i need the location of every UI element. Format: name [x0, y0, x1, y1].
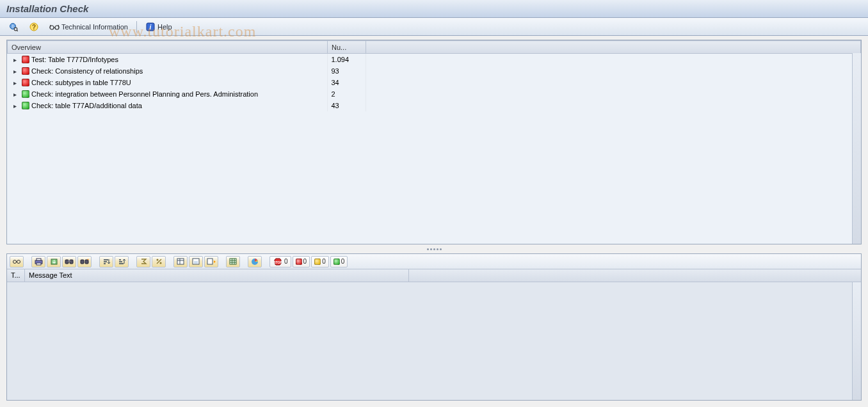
- message-grid-header: T... Message Text: [7, 269, 861, 282]
- details-button[interactable]: [10, 256, 24, 267]
- expand-icon[interactable]: ▸: [13, 56, 20, 63]
- grid-icon: [228, 257, 238, 267]
- vertical-scrollbar[interactable]: [852, 282, 861, 400]
- splitter-handle[interactable]: [6, 247, 862, 251]
- sort-desc-icon: [117, 257, 127, 267]
- svg-rect-18: [81, 260, 84, 264]
- print-button[interactable]: [31, 256, 45, 267]
- svg-line-2: [17, 30, 18, 31]
- warning-count: 0: [322, 258, 326, 265]
- table-row[interactable]: ▸Check: subtypes in table T778U34: [7, 77, 861, 88]
- svg-point-9: [13, 260, 17, 263]
- filter-success-chip[interactable]: 0: [330, 256, 348, 267]
- svg-text:+: +: [87, 258, 89, 261]
- grid-button[interactable]: [226, 256, 240, 267]
- red-status-icon: [296, 259, 302, 265]
- svg-rect-17: [68, 260, 70, 262]
- row-number: 93: [327, 65, 366, 77]
- message-type-column[interactable]: T...: [7, 269, 25, 282]
- row-number: 2: [327, 88, 366, 100]
- layout-button[interactable]: [173, 256, 188, 267]
- message-grid-body[interactable]: [7, 282, 861, 400]
- percent-icon: [154, 257, 164, 267]
- expand-icon[interactable]: ▸: [13, 102, 20, 109]
- printer-icon: [33, 257, 44, 267]
- question-icon: ?: [29, 22, 39, 32]
- svg-rect-13: [36, 263, 41, 265]
- row-label: Check: integration between Personnel Pla…: [31, 90, 258, 98]
- stop-count: 0: [284, 258, 288, 265]
- glasses-icon: [12, 257, 22, 267]
- help-label: Help: [157, 23, 172, 31]
- success-count: 0: [341, 258, 345, 265]
- table-row[interactable]: ▸Check: Consistency of relationships93: [7, 65, 861, 77]
- table-row[interactable]: ▸Test: Table T777D/Infotypes1.094: [7, 54, 861, 65]
- overview-table: Overview Nu...: [7, 40, 861, 54]
- status-red-icon: [22, 79, 29, 86]
- export-button[interactable]: [47, 256, 61, 267]
- sigma-icon: [138, 257, 149, 267]
- expand-icon[interactable]: ▸: [13, 79, 20, 86]
- row-number: 1.094: [327, 54, 366, 65]
- sort-desc-button[interactable]: [115, 256, 129, 267]
- search-button[interactable]: [5, 20, 22, 33]
- error-count: 0: [303, 258, 307, 265]
- binoculars-plus-icon: +: [79, 257, 90, 267]
- message-panel: + STOP 0 0: [6, 253, 862, 401]
- svg-rect-29: [207, 259, 213, 264]
- filter-error-chip[interactable]: 0: [293, 256, 310, 267]
- sum-button[interactable]: [136, 256, 150, 267]
- table-row[interactable]: ▸Check: integration between Personnel Pl…: [7, 88, 861, 100]
- status-red-icon: [22, 56, 29, 63]
- select-layout-button[interactable]: [204, 256, 218, 267]
- svg-rect-12: [36, 259, 41, 260]
- help-question-button[interactable]: ?: [26, 20, 42, 33]
- technical-information-button[interactable]: Technical Information: [46, 20, 131, 33]
- vertical-scrollbar[interactable]: [852, 53, 861, 244]
- blank-column-header: [366, 41, 861, 54]
- help-button[interactable]: i Help: [142, 20, 175, 33]
- save-layout-button[interactable]: [189, 256, 203, 267]
- overview-body[interactable]: ▸Test: Table T777D/Infotypes1.094▸Check:…: [7, 54, 861, 244]
- glasses-icon: [49, 22, 60, 32]
- expand-icon[interactable]: ▸: [13, 91, 20, 98]
- overview-panel: Overview Nu... ▸Test: Table T777D/Infoty…: [6, 40, 862, 244]
- subtotal-button[interactable]: [152, 256, 166, 267]
- work-area: Overview Nu... ▸Test: Table T777D/Infoty…: [0, 36, 868, 407]
- message-text-column[interactable]: Message Text: [25, 269, 409, 282]
- expand-icon[interactable]: ▸: [13, 68, 20, 75]
- technical-information-label: Technical Information: [61, 23, 128, 31]
- overview-column-header[interactable]: Overview: [8, 41, 328, 54]
- sort-asc-button[interactable]: [99, 256, 113, 267]
- export-icon: [49, 257, 59, 267]
- status-green-icon: [22, 102, 29, 109]
- row-label: Test: Table T777D/Infotypes: [31, 56, 118, 63]
- info-icon: i: [145, 22, 156, 32]
- yellow-status-icon: [314, 259, 321, 265]
- status-red-icon: [22, 67, 29, 75]
- row-label: Check: Consistency of relationships: [31, 67, 143, 75]
- svg-rect-30: [230, 259, 236, 264]
- chart-button[interactable]: [248, 256, 262, 267]
- save-layout-icon: [191, 257, 201, 267]
- table-row[interactable]: ▸Check: table T77AD/additional data43: [7, 100, 861, 111]
- page-title: Installation Check: [6, 3, 88, 14]
- svg-rect-28: [194, 261, 198, 264]
- svg-point-10: [17, 260, 20, 263]
- svg-text:STOP: STOP: [274, 260, 282, 264]
- svg-text:i: i: [150, 24, 152, 31]
- filter-warning-chip[interactable]: 0: [311, 256, 329, 267]
- select-layout-icon: [206, 257, 216, 267]
- row-label: Check: subtypes in table T778U: [31, 79, 131, 86]
- find-next-button[interactable]: +: [77, 256, 92, 267]
- number-column-header[interactable]: Nu...: [328, 41, 366, 54]
- filter-stop-chip[interactable]: STOP 0: [269, 256, 291, 267]
- svg-rect-24: [177, 259, 184, 264]
- svg-point-21: [156, 259, 158, 261]
- row-label: Check: table T77AD/additional data: [31, 102, 142, 109]
- alv-toolbar: + STOP 0 0: [7, 254, 861, 269]
- status-green-icon: [22, 90, 29, 98]
- find-button[interactable]: [62, 256, 76, 267]
- pie-chart-icon: [250, 257, 260, 267]
- application-toolbar: ? Technical Information i Help: [0, 18, 868, 36]
